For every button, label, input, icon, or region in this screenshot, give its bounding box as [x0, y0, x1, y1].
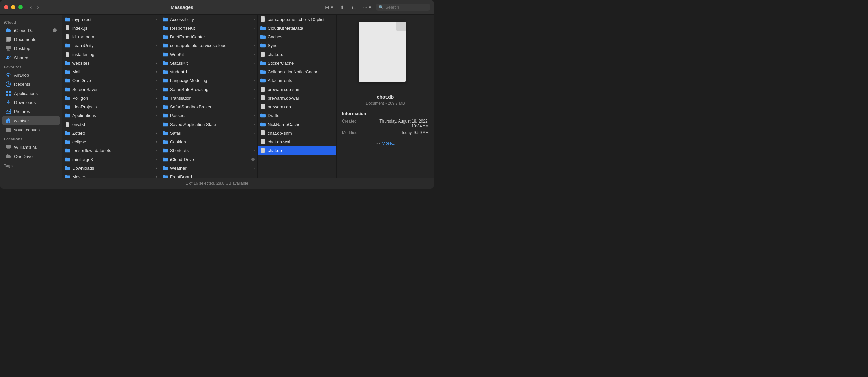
sidebar-item-save-canvas[interactable]: save_canvas — [2, 125, 60, 134]
file-item[interactable]: com.apple.me...che_v10.plist — [257, 15, 336, 24]
file-item[interactable]: Shortcuts› — [160, 146, 257, 155]
file-item[interactable]: ScreenSaver› — [62, 85, 160, 94]
folder-icon — [65, 69, 70, 74]
sidebar-item-icloud-drive[interactable]: iCloud D... — [2, 26, 60, 35]
file-item[interactable]: Weather› — [160, 164, 257, 172]
file-item[interactable]: Mail› — [62, 67, 160, 76]
file-item[interactable]: Sync› — [257, 41, 336, 50]
sidebar-item-shared[interactable]: Shared — [2, 53, 60, 62]
maximize-button[interactable] — [18, 5, 23, 9]
sidebar-item-onedrive[interactable]: OneDrive — [2, 152, 60, 161]
view-options-button[interactable]: ⊞ ▾ — [323, 3, 335, 12]
file-item[interactable]: Translation› — [160, 94, 257, 102]
file-item[interactable]: Cookies› — [160, 137, 257, 146]
svg-rect-15 — [6, 145, 11, 149]
file-name: tensorflow_datasets — [72, 148, 154, 153]
file-item[interactable]: NickNameCache› — [257, 120, 336, 129]
search-box[interactable]: 🔍 — [376, 4, 430, 11]
file-item[interactable]: Applications› — [62, 111, 160, 120]
share-button[interactable]: ⬆ — [338, 3, 346, 12]
file-name: Movies — [72, 175, 154, 178]
file-item[interactable]: CloudKitMetaData› — [257, 24, 336, 32]
sidebar-item-desktop[interactable]: Desktop — [2, 44, 60, 53]
folder-icon — [163, 69, 168, 74]
file-item[interactable]: WebKit› — [160, 50, 257, 59]
file-item[interactable]: studentd› — [160, 67, 257, 76]
file-item[interactable]: Downloads› — [62, 164, 160, 172]
file-item[interactable]: prewarm.db-shm — [257, 85, 336, 94]
file-item[interactable]: Passes› — [160, 111, 257, 120]
file-item[interactable]: Accessibility› — [160, 15, 257, 24]
file-item[interactable]: myproject› — [62, 15, 160, 24]
file-name: Attachments — [268, 78, 336, 83]
sidebar-item-williams-m[interactable]: William's M... — [2, 143, 60, 152]
downloads-icon — [5, 99, 11, 105]
file-name: chat.db-shm — [268, 131, 336, 136]
forward-button[interactable]: › — [35, 4, 41, 11]
file-item[interactable]: Movies› — [62, 172, 160, 178]
file-item[interactable]: CollaborationNoticeCache› — [257, 67, 336, 76]
sidebar-item-recents[interactable]: Recents — [2, 80, 60, 89]
sidebar-item-documents[interactable]: Documents — [2, 35, 60, 44]
pictures-icon — [5, 108, 11, 115]
tag-button[interactable]: 🏷 — [349, 3, 358, 11]
file-item[interactable]: Caches› — [257, 32, 336, 41]
file-item[interactable]: chat.db — [257, 146, 336, 155]
file-item[interactable]: tensorflow_datasets› — [62, 146, 160, 155]
sidebar-item-wkaiser[interactable]: wkaiser — [2, 116, 60, 125]
file-item[interactable]: eclipse› — [62, 137, 160, 146]
minimize-button[interactable] — [11, 5, 16, 9]
back-button[interactable]: ‹ — [28, 4, 34, 11]
file-item[interactable]: StickerCache› — [257, 59, 336, 67]
file-item[interactable]: Safari› — [160, 129, 257, 137]
close-button[interactable] — [4, 5, 8, 9]
more-options-button[interactable]: ··· ▾ — [361, 3, 373, 12]
file-item[interactable]: com.apple.blu...ervices.cloud› — [160, 41, 257, 50]
sidebar-item-applications[interactable]: Applications — [2, 89, 60, 98]
file-item[interactable]: Saved Application State› — [160, 120, 257, 129]
svg-rect-11 — [9, 94, 11, 96]
folder-icon — [163, 34, 168, 39]
more-button-area[interactable]: ··· More... — [375, 140, 395, 147]
preview-created-row: Created Thursday, August 18, 2022, 10:34… — [342, 119, 429, 128]
file-item[interactable]: SafariSandboxBroker› — [160, 102, 257, 111]
file-item[interactable]: chat.db-wal — [257, 137, 336, 146]
file-item[interactable]: DuetExpertCenter› — [160, 32, 257, 41]
file-item[interactable]: chat.db-shm — [257, 129, 336, 137]
sidebar-item-pictures[interactable]: Pictures — [2, 107, 60, 116]
folder-icon — [163, 104, 168, 109]
folder-icon — [65, 157, 70, 162]
file-item[interactable]: iCloud Drive — [160, 155, 257, 164]
folder-icon — [260, 60, 266, 66]
file-item[interactable]: installer.log — [62, 50, 160, 59]
file-item[interactable]: Zotero› — [62, 129, 160, 137]
file-item[interactable]: id_rsa.pem — [62, 32, 160, 41]
file-item[interactable]: OneDrive› — [62, 76, 160, 85]
preview-info-title: Information — [342, 111, 366, 116]
chevron-icon: › — [253, 26, 254, 30]
file-item[interactable]: LanguageModeling› — [160, 76, 257, 85]
sidebar-item-airdrop[interactable]: AirDrop — [2, 71, 60, 80]
file-item[interactable]: Drafts› — [257, 111, 336, 120]
file-item[interactable]: SafariSafeBrowsing› — [160, 85, 257, 94]
file-item[interactable]: LearnUnity› — [62, 41, 160, 50]
file-item[interactable]: env.txt — [62, 120, 160, 129]
more-link[interactable]: More... — [382, 141, 395, 146]
file-item[interactable]: ResponseKit› — [160, 24, 257, 32]
sidebar-item-downloads[interactable]: Downloads — [2, 98, 60, 107]
file-item[interactable]: IdeaProjects› — [62, 102, 160, 111]
file-item[interactable]: prewarm.db-wal — [257, 94, 336, 102]
file-item[interactable]: websites› — [62, 59, 160, 67]
file-item[interactable]: Poliigon› — [62, 94, 160, 102]
file-item[interactable]: miniforge3› — [62, 155, 160, 164]
svg-rect-4 — [7, 51, 10, 51]
file-item[interactable]: FrontBoard› — [160, 172, 257, 178]
search-input[interactable] — [385, 5, 427, 10]
file-item[interactable]: chat.db. — [257, 50, 336, 59]
file-item[interactable]: StatusKit› — [160, 59, 257, 67]
sidebar-section-icloud: iCloud — [0, 18, 62, 26]
file-item[interactable]: prewarm.db — [257, 102, 336, 111]
file-item[interactable]: Attachments› — [257, 76, 336, 85]
chevron-icon: › — [253, 140, 254, 144]
file-item[interactable]: index.js — [62, 24, 160, 32]
